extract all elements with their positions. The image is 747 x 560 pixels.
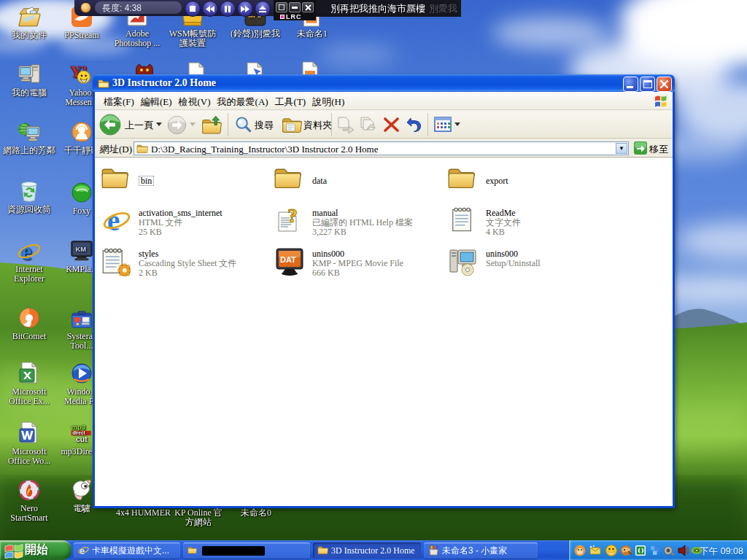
svg-text:e: e xyxy=(80,545,85,556)
svg-text:mp3: mp3 xyxy=(71,423,86,431)
svg-text:KM: KM xyxy=(76,245,87,253)
svg-text:DAT: DAT xyxy=(280,255,296,264)
svg-text:?: ? xyxy=(287,206,298,227)
svg-text:cut: cut xyxy=(76,435,88,443)
